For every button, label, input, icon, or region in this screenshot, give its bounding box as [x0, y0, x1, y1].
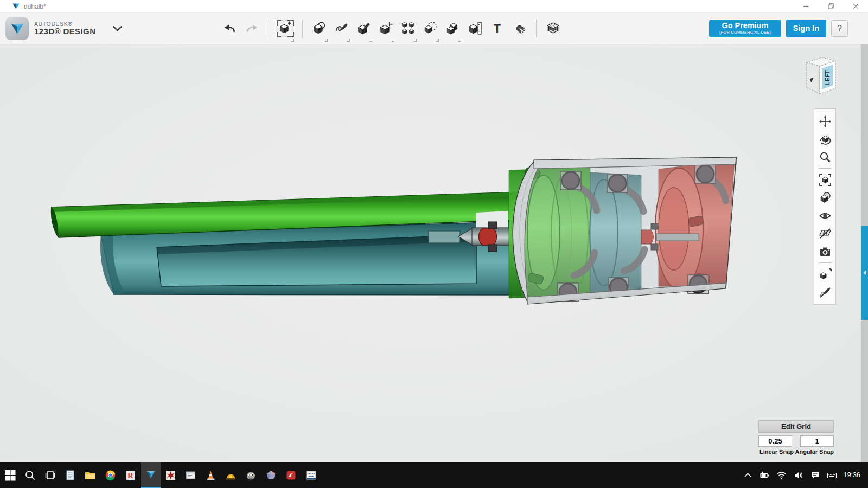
pattern-button[interactable]: [397, 15, 419, 42]
fit-view-icon[interactable]: [817, 171, 833, 189]
minimize-button[interactable]: [793, 0, 818, 12]
expand-arrow-icon: [863, 270, 866, 275]
volume-icon[interactable]: [790, 462, 807, 488]
undo-button[interactable]: [219, 15, 241, 42]
help-button[interactable]: ?: [831, 20, 848, 37]
sketch-button[interactable]: [330, 15, 353, 42]
notepad-app-icon[interactable]: [60, 462, 80, 488]
pan-icon[interactable]: [817, 112, 833, 130]
snap-button[interactable]: [508, 15, 531, 42]
toolbar-separator: [819, 262, 832, 263]
vlc-app-icon[interactable]: [201, 462, 221, 488]
notifications-icon[interactable]: [807, 462, 824, 488]
main-toolbar: AUTODESK® 123D® DESIGN: [0, 13, 868, 44]
grouping-button[interactable]: [419, 15, 442, 42]
taskbar-clock[interactable]: 19:36: [840, 462, 868, 488]
material-button[interactable]: [542, 15, 564, 42]
svg-text:R: R: [127, 471, 133, 480]
windows-taskbar: R DELFTSHIP: [0, 462, 868, 488]
r-app-icon[interactable]: R: [120, 462, 141, 488]
linear-snap-input[interactable]: [758, 435, 792, 447]
primitives-button[interactable]: [308, 15, 330, 42]
toolbar-separator: [536, 20, 537, 37]
toolbar-separator: [302, 20, 303, 37]
orbit-icon[interactable]: [817, 130, 833, 148]
sign-in-button[interactable]: Sign In: [786, 20, 826, 37]
toolbar-separator: [269, 20, 269, 37]
go-premium-button[interactable]: Go Premium (FOR COMMERCIAL USE): [709, 20, 781, 37]
chrome-app-icon[interactable]: [100, 462, 120, 488]
edit-grid-panel: Edit Grid Linear Snap Angular Snap: [758, 420, 834, 455]
view-cube[interactable]: ◣ LEFT: [800, 54, 841, 99]
title-bar: ddhalb*: [0, 0, 868, 13]
view-cube-face-label[interactable]: LEFT: [816, 69, 838, 86]
123d-logo-icon: [5, 17, 29, 40]
app-logo-icon: [12, 3, 20, 10]
toolbar-separator: [819, 168, 832, 169]
brand-text: AUTODESK® 123D® DESIGN: [34, 21, 95, 36]
wifi-icon[interactable]: [773, 462, 790, 488]
modeler-orange-app-icon[interactable]: [221, 462, 241, 488]
construct-button[interactable]: [353, 15, 375, 42]
tool-icons-row: T: [219, 15, 564, 42]
measure-button[interactable]: [464, 15, 486, 42]
cad-red-app-icon[interactable]: [281, 462, 301, 488]
search-icon[interactable]: [20, 462, 40, 488]
angular-snap-label: Angular Snap: [795, 448, 834, 455]
screenshot-camera-icon[interactable]: [817, 242, 833, 260]
start-button[interactable]: [0, 462, 20, 488]
panel-expand-tab[interactable]: [861, 226, 868, 320]
task-view-button[interactable]: [40, 462, 60, 488]
grid-toggle-icon[interactable]: [817, 224, 833, 242]
visibility-eye-icon[interactable]: [817, 207, 833, 224]
viewport[interactable]: ◣ LEFT: [0, 44, 868, 462]
document-title: ddhalb*: [24, 3, 46, 10]
svg-text:T: T: [494, 22, 501, 35]
angular-snap-input[interactable]: [800, 435, 834, 447]
paint-splat-app-icon[interactable]: [161, 462, 181, 488]
file-explorer-icon[interactable]: [80, 462, 100, 488]
redo-button[interactable]: [241, 15, 263, 42]
app-menu[interactable]: AUTODESK® 123D® DESIGN: [5, 17, 122, 40]
navigation-toolbar: [814, 108, 836, 305]
linear-snap-label: Linear Snap: [760, 448, 794, 455]
shaded-view-icon[interactable]: [817, 189, 833, 207]
touch-keyboard-icon[interactable]: [824, 462, 840, 488]
meshlab-app-icon[interactable]: [261, 462, 281, 488]
combine-button[interactable]: [442, 15, 464, 42]
gimp-app-icon[interactable]: [241, 462, 261, 488]
text-button[interactable]: T: [486, 15, 508, 42]
battery-icon[interactable]: [756, 462, 773, 488]
delftship-app-icon[interactable]: DELFTSHIP: [301, 462, 321, 488]
close-button[interactable]: [843, 0, 868, 12]
modify-button[interactable]: [375, 15, 397, 42]
svg-text:SHIP: SHIP: [308, 474, 314, 477]
restore-button[interactable]: [818, 0, 843, 12]
transform-move-button[interactable]: [275, 15, 297, 42]
sketch-visibility-icon[interactable]: [817, 283, 833, 301]
tray-expand-icon[interactable]: [739, 462, 756, 488]
3d-model-cylinder-assembly[interactable]: [0, 44, 868, 462]
edit-grid-button[interactable]: Edit Grid: [758, 420, 834, 433]
zoom-icon[interactable]: [817, 148, 833, 166]
main-menu-chevron-icon[interactable]: [113, 26, 122, 31]
123d-design-app-icon[interactable]: [141, 462, 161, 488]
console-window-app-icon[interactable]: [181, 462, 201, 488]
app-window: ddhalb* AUTODESK®: [0, 0, 868, 488]
snap-toggle-icon[interactable]: [817, 265, 833, 283]
